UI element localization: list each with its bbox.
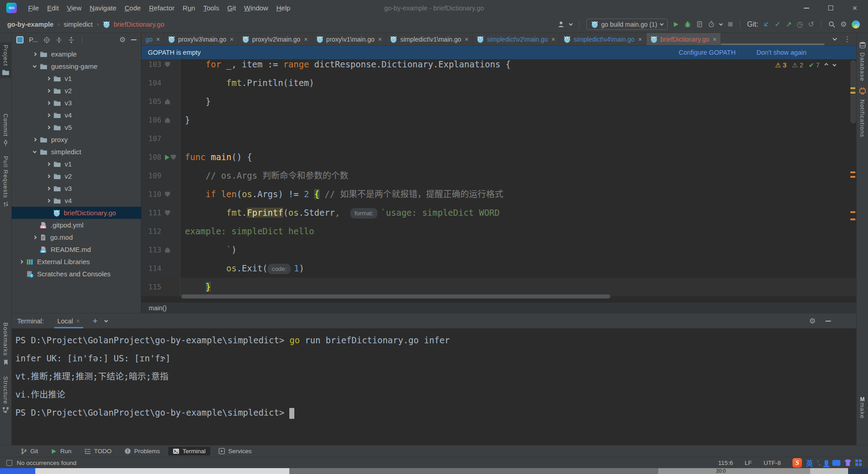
git-history-button[interactable]: ◷: [797, 21, 803, 28]
fold-marker-icon[interactable]: [171, 155, 176, 160]
tabbar-scrollbar[interactable]: [721, 43, 825, 45]
tab-close-icon[interactable]: ×: [465, 36, 468, 43]
git-commit-button[interactable]: ✓: [774, 21, 780, 28]
toolwindow-button-problems[interactable]: Problems: [120, 447, 165, 455]
tree-item-v3[interactable]: v3: [12, 182, 141, 194]
toolwindow-make[interactable]: make: [859, 403, 866, 419]
toolwindow-commit[interactable]: Commit: [0, 111, 12, 149]
chevron-right-icon[interactable]: [47, 101, 50, 105]
fold-marker-icon[interactable]: [165, 247, 170, 253]
tree-item-scratches-and-consoles[interactable]: Scratches and Consoles: [12, 268, 141, 280]
code-line-107[interactable]: 107: [142, 129, 856, 148]
microphone-icon[interactable]: [825, 460, 828, 466]
chevron-right-icon[interactable]: [47, 199, 50, 203]
menu-refactor[interactable]: Refactor: [145, 3, 179, 13]
code-line-106[interactable]: 106}: [142, 111, 856, 129]
user-icon[interactable]: [557, 21, 565, 28]
chevron-down-icon[interactable]: [719, 22, 723, 25]
toolwindow-pull-requests[interactable]: Pull Requests: [0, 153, 12, 210]
toolwindow-database[interactable]: Database: [859, 52, 866, 81]
gear-icon[interactable]: ⚙: [809, 318, 816, 325]
assistant-sphere-icon[interactable]: [852, 20, 860, 28]
tab-options-kebab-icon[interactable]: ⋮: [844, 36, 851, 43]
tab-close-icon[interactable]: ×: [713, 36, 717, 43]
ime-toolbox-grid-icon[interactable]: [855, 460, 858, 462]
code-line-109[interactable]: 109 // os.Args 判断命令和参数的个数: [142, 166, 856, 185]
gear-icon[interactable]: ⚙: [840, 21, 847, 28]
code-line-105[interactable]: 105 }: [142, 92, 856, 111]
code-line-103[interactable]: 103 for _, item := range dictResponse.Di…: [142, 59, 856, 74]
fold-marker-icon[interactable]: [165, 62, 170, 67]
profiler-button[interactable]: [708, 21, 715, 28]
tree-item-go-mod[interactable]: go.mod: [12, 231, 141, 243]
tree-item-v1[interactable]: v1: [12, 158, 141, 170]
chevron-right-icon[interactable]: [33, 236, 37, 239]
run-configuration-select[interactable]: go build main.go (1): [586, 19, 668, 30]
code-editor[interactable]: 103 for _, item := range dictResponse.Di…: [142, 59, 856, 302]
code-line-115[interactable]: 115 }: [142, 278, 856, 296]
editor-tab-go[interactable]: go×: [142, 33, 164, 45]
toolwindow-bookmarks[interactable]: Bookmarks: [0, 320, 12, 368]
terminal-tab-local[interactable]: Local ×: [52, 313, 85, 328]
tree-item-v1[interactable]: v1: [12, 72, 141, 85]
toolwindow-toggle-icon[interactable]: [6, 460, 12, 466]
chevron-right-icon[interactable]: [47, 89, 50, 93]
prev-issue-chevron-icon[interactable]: [825, 63, 828, 67]
menu-edit[interactable]: Edit: [43, 3, 63, 13]
toolwindow-button-services[interactable]: Services: [214, 447, 256, 455]
hide-panel-icon[interactable]: [131, 39, 137, 40]
menu-window[interactable]: Window: [240, 3, 272, 13]
menu-git[interactable]: Git: [223, 3, 240, 13]
breadcrumb-file[interactable]: briefDictionary.go: [114, 21, 165, 28]
database-icon[interactable]: [859, 41, 866, 49]
tab-close-icon[interactable]: ×: [638, 36, 642, 43]
minimize-icon[interactable]: [804, 8, 809, 9]
tab-close-icon[interactable]: ×: [230, 36, 234, 43]
editor-tab-proxy-v3-main-go[interactable]: proxy\v3\main.go×: [164, 33, 238, 45]
fold-marker-icon[interactable]: [165, 99, 170, 104]
code-line-113[interactable]: 113 `): [142, 241, 856, 259]
breadcrumb-function[interactable]: main(): [149, 304, 167, 312]
hidden-tabs-chevron-icon[interactable]: [833, 36, 837, 41]
project-view-icon[interactable]: [16, 36, 24, 43]
inspection-widget[interactable]: ⚠ 3 ⚠ 2 ✔ 7: [775, 62, 835, 69]
git-rollback-button[interactable]: ↺: [808, 21, 814, 28]
fold-marker-icon[interactable]: [165, 192, 170, 197]
chevron-down-icon[interactable]: [569, 22, 573, 25]
tree-item-example[interactable]: example: [12, 48, 141, 60]
git-update-button[interactable]: [763, 21, 769, 28]
menu-tools[interactable]: Tools: [199, 3, 223, 13]
chevron-right-icon[interactable]: [47, 162, 50, 166]
tree-item-v5[interactable]: v5: [12, 121, 141, 133]
run-button[interactable]: [673, 21, 679, 28]
next-issue-chevron-icon[interactable]: [832, 63, 836, 66]
tab-close-icon[interactable]: ×: [76, 318, 80, 325]
chevron-right-icon[interactable]: [47, 187, 50, 190]
plugin-plug-icon[interactable]: [858, 86, 867, 95]
terminal-output[interactable]: PS D:\Project\GolanProject\go-by-example…: [12, 328, 856, 445]
menu-file[interactable]: File: [24, 3, 43, 13]
file-encoding[interactable]: UTF-8: [764, 460, 781, 466]
toolwindow-notifications[interactable]: Notifications: [859, 100, 866, 137]
code-line-112[interactable]: 112example: simpleDict hello: [142, 222, 856, 241]
coverage-button[interactable]: [696, 21, 703, 28]
tab-close-icon[interactable]: ×: [156, 36, 160, 43]
code-line-111[interactable]: 111 fmt.Fprintf(os.Stderr, format:`usage…: [142, 204, 856, 222]
new-terminal-plus-icon[interactable]: +: [87, 316, 103, 326]
gear-icon[interactable]: ⚙: [119, 36, 126, 43]
chevron-right-icon[interactable]: [19, 260, 23, 264]
tab-close-icon[interactable]: ×: [552, 36, 555, 43]
tree-item-v3[interactable]: v3: [12, 97, 141, 109]
project-tree[interactable]: exampleguessing-gamev1v2v3v4v5proxysimpl…: [12, 47, 141, 313]
keyboard-icon[interactable]: [832, 460, 840, 466]
run-gutter-icon[interactable]: [165, 155, 170, 160]
code-line-110[interactable]: 110 if len(os.Args) != 2 { // 如果不是两个就报错，…: [142, 185, 856, 204]
expand-all-icon[interactable]: [56, 37, 62, 43]
breadcrumb-project[interactable]: go-by-example: [7, 21, 53, 28]
git-push-button[interactable]: ↗: [786, 21, 792, 28]
caret-position[interactable]: 115:6: [718, 460, 733, 466]
configure-gopath-link[interactable]: Configure GOPATH: [679, 49, 736, 56]
tree-item-v2[interactable]: v2: [12, 85, 141, 97]
maximize-icon[interactable]: [828, 5, 833, 10]
tree-item-external-libraries[interactable]: External Libraries: [12, 256, 141, 268]
